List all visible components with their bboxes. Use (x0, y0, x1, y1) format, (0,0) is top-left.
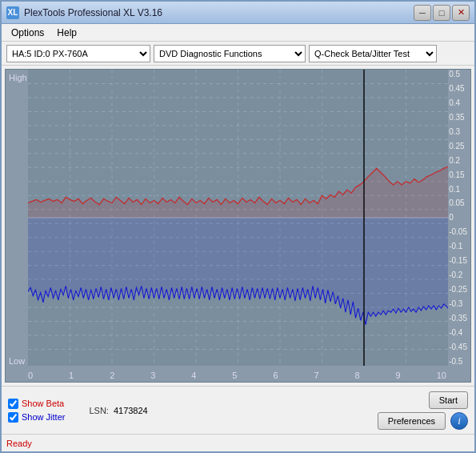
bottom-panel: Show Beta Show Jitter LSN: 4173824 Start… (2, 386, 474, 434)
close-button[interactable]: ✕ (452, 5, 470, 21)
drive-select[interactable]: HA:5 ID:0 PX-760A (6, 45, 150, 62)
toolbar: HA:5 ID:0 PX-760A DVD Diagnostic Functio… (2, 42, 474, 66)
show-beta-checkbox[interactable] (8, 399, 18, 409)
title-buttons: ─ □ ✕ (414, 5, 470, 21)
chart-area: High Low 0.5 0.45 0.4 0.35 0.3 0.25 0.2 … (5, 69, 471, 383)
chart-svg (28, 70, 448, 366)
title-bar: XL PlexTools Professional XL V3.16 ─ □ ✕ (2, 2, 474, 24)
menu-bar: Options Help (2, 24, 474, 42)
preferences-button[interactable]: Preferences (378, 412, 446, 430)
test-select[interactable]: Q-Check Beta/Jitter Test (309, 45, 437, 62)
chart-x-axis: 0 1 2 3 4 5 6 7 8 9 10 (28, 371, 446, 380)
help-menu[interactable]: Help (50, 26, 83, 40)
status-text: Ready (6, 439, 32, 448)
chart-high-label: High (9, 73, 27, 82)
checkboxes-area: Show Beta Show Jitter (8, 399, 65, 423)
beta-checkbox-row: Show Beta (8, 399, 65, 409)
show-jitter-label: Show Jitter (22, 412, 65, 422)
window-title: PlexTools Professional XL V3.16 (24, 7, 162, 18)
main-window: XL PlexTools Professional XL V3.16 ─ □ ✕… (0, 0, 476, 453)
show-beta-label: Show Beta (22, 399, 64, 408)
chart-low-label: Low (9, 356, 25, 366)
function-select[interactable]: DVD Diagnostic Functions (154, 45, 306, 62)
status-bar: Ready (2, 434, 474, 451)
start-row: Start (429, 391, 468, 409)
right-buttons: Start Preferences i (378, 391, 468, 430)
options-menu[interactable]: Options (5, 26, 50, 40)
minimize-button[interactable]: ─ (414, 5, 431, 21)
show-jitter-checkbox[interactable] (8, 412, 18, 423)
preferences-row: Preferences i (378, 412, 468, 430)
lsn-label: LSN: (89, 406, 108, 415)
start-button[interactable]: Start (429, 391, 468, 409)
maximize-button[interactable]: □ (433, 5, 450, 21)
jitter-checkbox-row: Show Jitter (8, 412, 65, 423)
lsn-area: LSN: 4173824 (89, 406, 147, 415)
info-button[interactable]: i (450, 412, 468, 430)
title-bar-left: XL PlexTools Professional XL V3.16 (6, 6, 162, 19)
app-icon: XL (6, 6, 19, 19)
lsn-value: 4173824 (114, 406, 148, 415)
chart-right-axis: 0.5 0.45 0.4 0.35 0.3 0.25 0.2 0.15 0.1 … (449, 70, 467, 366)
